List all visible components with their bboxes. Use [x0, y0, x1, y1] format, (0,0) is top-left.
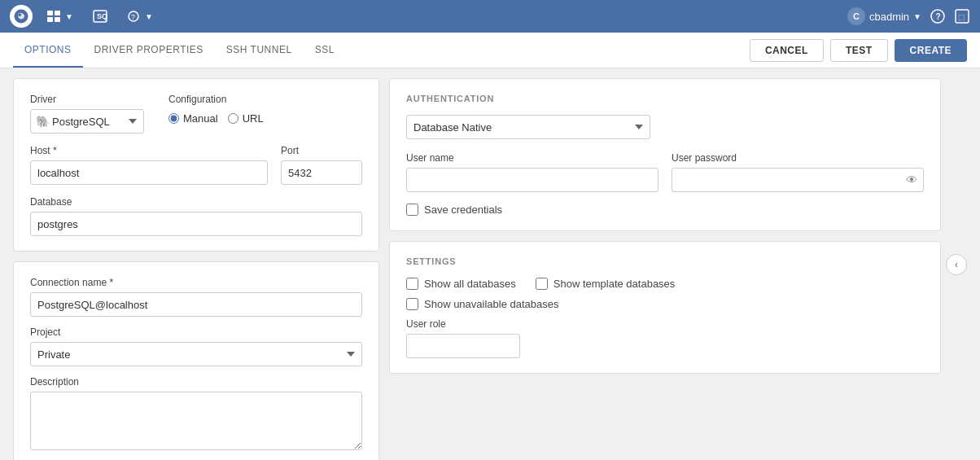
panel-right: AUTHENTICATION Database Native No Authen…	[389, 78, 941, 450]
topbar-left: ▼ SQL ? ▼	[10, 5, 158, 28]
username-input[interactable]	[406, 168, 658, 192]
svg-point-1	[18, 13, 21, 16]
settings-row-2: Show unavailable databases	[406, 298, 924, 310]
tab-ssl[interactable]: SSL	[304, 33, 346, 68]
content-area: OPTIONS DRIVER PROPERTIES SSH TUNNEL SSL…	[0, 33, 980, 460]
show-template-databases-checkbox[interactable]: Show template databases	[536, 278, 676, 290]
tab-options[interactable]: OPTIONS	[13, 33, 83, 68]
host-input[interactable]	[30, 160, 268, 185]
password-input[interactable]	[672, 168, 924, 192]
settings-card: SETTINGS Show all databases Show templat…	[389, 241, 941, 374]
svg-rect-2	[47, 11, 53, 15]
user-menu[interactable]: C cbadmin ▼	[847, 7, 921, 25]
tab-ssh-tunnel[interactable]: SSH TUNNEL	[215, 33, 304, 68]
driver-icon: 🐘	[36, 115, 50, 128]
right-side-panel: ‹	[951, 78, 967, 450]
cancel-button[interactable]: CANCEL	[750, 39, 824, 62]
svg-rect-4	[47, 17, 53, 22]
user-role-input[interactable]	[406, 334, 520, 358]
svg-text:SQL: SQL	[97, 12, 107, 20]
user-dropdown-icon: ▼	[913, 12, 921, 21]
tools-menu-btn[interactable]: ? ▼	[122, 7, 158, 26]
show-unavailable-databases-checkbox[interactable]: Show unavailable databases	[406, 298, 559, 310]
collapse-panel-button[interactable]: ‹	[946, 254, 967, 275]
tab-driver-properties[interactable]: DRIVER PROPERTIES	[83, 33, 215, 68]
database-label: Database	[30, 196, 362, 208]
tabs: OPTIONS DRIVER PROPERTIES SSH TUNNEL SSL	[13, 33, 346, 68]
svg-rect-5	[55, 17, 60, 22]
host-label: Host *	[30, 145, 268, 156]
tab-actions: CANCEL TEST CREATE	[750, 39, 967, 62]
auth-section-title: AUTHENTICATION	[406, 94, 924, 103]
settings-row-1: Show all databases Show template databas…	[406, 278, 924, 290]
show-all-databases-checkbox[interactable]: Show all databases	[406, 278, 516, 290]
description-textarea[interactable]	[30, 392, 362, 450]
connection-name-input[interactable]	[30, 292, 362, 317]
auth-type-select[interactable]: Database Native No Authentication DBeave…	[406, 115, 650, 139]
connection-details-card: Connection name * Project Private Shared…	[13, 261, 379, 460]
driver-config-card: Driver PostgreSQL 🐘 Configuration	[13, 78, 379, 252]
show-password-icon[interactable]: 👁	[906, 173, 917, 186]
notifications-icon[interactable]: ⬚	[954, 8, 970, 24]
port-label: Port	[281, 145, 362, 156]
authentication-card: AUTHENTICATION Database Native No Authen…	[389, 78, 941, 231]
topbar: ▼ SQL ? ▼ C cbadmin ▼ ?	[0, 0, 980, 33]
svg-text:?: ?	[131, 13, 135, 21]
test-button[interactable]: TEST	[830, 39, 888, 62]
description-label: Description	[30, 376, 362, 388]
create-button[interactable]: CREATE	[895, 39, 967, 62]
connection-name-label: Connection name *	[30, 277, 362, 288]
svg-rect-3	[55, 11, 60, 15]
help-icon[interactable]: ?	[930, 8, 946, 24]
app-logo[interactable]	[10, 5, 33, 28]
svg-text:⬚: ⬚	[958, 13, 965, 21]
user-avatar: C	[847, 7, 865, 25]
config-url-radio[interactable]: URL	[228, 112, 264, 125]
project-select[interactable]: Private Shared Public	[30, 342, 362, 366]
panels: Driver PostgreSQL 🐘 Configuration	[0, 68, 980, 460]
save-credentials-checkbox[interactable]: Save credentials	[406, 204, 924, 216]
window-menu-btn[interactable]: ▼	[42, 7, 78, 25]
username-label: User name	[406, 152, 658, 164]
database-input[interactable]	[30, 212, 362, 236]
config-manual-radio[interactable]: Manual	[168, 112, 218, 125]
tab-bar: OPTIONS DRIVER PROPERTIES SSH TUNNEL SSL…	[0, 33, 980, 68]
sql-editor-btn[interactable]: SQL	[88, 7, 112, 26]
user-name: cbadmin	[869, 11, 909, 23]
panel-left: Driver PostgreSQL 🐘 Configuration	[13, 78, 379, 450]
settings-section-title: SETTINGS	[406, 256, 924, 266]
config-radio-group: Manual URL	[168, 112, 264, 125]
project-label: Project	[30, 326, 362, 338]
config-label: Configuration	[168, 94, 264, 105]
user-role-label: User role	[406, 318, 924, 330]
password-wrapper: 👁	[672, 168, 924, 192]
port-input[interactable]	[281, 160, 362, 185]
driver-label: Driver	[30, 94, 144, 105]
topbar-right: C cbadmin ▼ ? ⬚	[847, 7, 970, 25]
svg-text:?: ?	[936, 12, 941, 21]
password-label: User password	[672, 152, 924, 164]
